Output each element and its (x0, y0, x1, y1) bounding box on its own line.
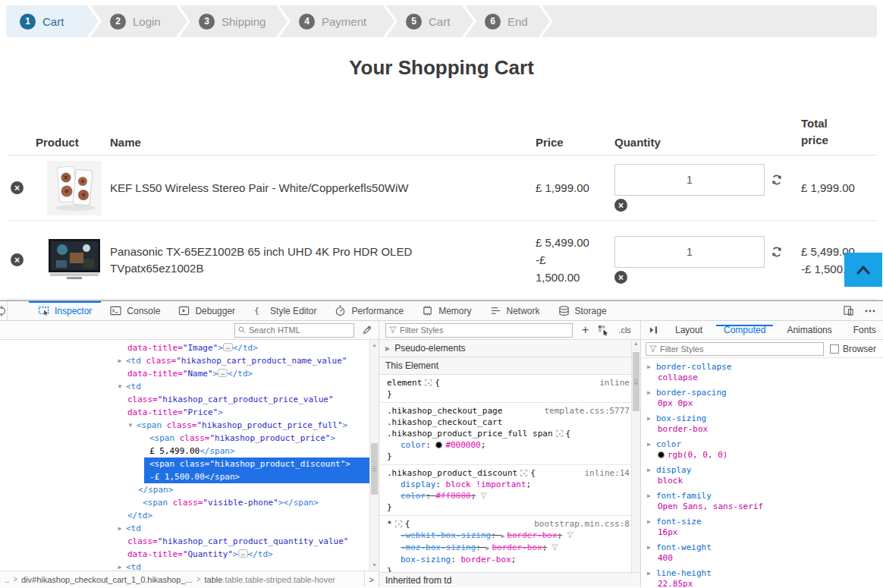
computed-property-name[interactable]: border-collapse (656, 362, 883, 373)
collapsed-content-icon[interactable]: … (218, 369, 228, 377)
computed-filter-input[interactable] (660, 344, 820, 354)
highlight-matches-icon[interactable] (520, 470, 527, 476)
refresh-quantity-icon[interactable] (771, 246, 783, 258)
breadcrumb-item[interactable]: table.table.table-striped.table-hover (204, 575, 335, 584)
tree-line[interactable]: class="hikashop_cart_product_quantity_va… (0, 535, 379, 548)
filter-overridden-icon[interactable] (567, 532, 573, 539)
tree-line[interactable]: ▶<td (0, 522, 379, 535)
side-tab-fonts[interactable]: Fonts (843, 325, 883, 335)
side-tab-computed[interactable]: Computed (713, 325, 776, 335)
twisty-icon[interactable]: ▶ (647, 415, 651, 422)
highlight-matches-icon[interactable] (395, 520, 402, 527)
rules-pane-scrollbar[interactable]: ▲ ▼ (631, 340, 640, 587)
computed-property-name[interactable]: font-weight (656, 542, 883, 553)
twisty-icon[interactable]: ▶ (115, 522, 124, 535)
computed-property[interactable]: ▶border-collapsecollapse (647, 362, 883, 383)
responsive-design-mode-icon[interactable] (843, 305, 854, 316)
collapsed-content-icon[interactable]: … (238, 549, 248, 558)
quantity-input[interactable] (614, 164, 765, 196)
rule-selector[interactable]: * (387, 519, 392, 529)
tree-line[interactable]: ▼<td (0, 380, 379, 393)
filter-styles-box[interactable] (385, 323, 573, 338)
twisty-icon[interactable]: ▶ (385, 345, 390, 352)
css-declaration[interactable]: -moz-box-sizing: ▶border-box; (387, 542, 630, 554)
tree-line[interactable]: data-title="Price"> (0, 406, 379, 419)
computed-property[interactable]: ▶box-sizingborder-box (647, 413, 883, 435)
devtools-tab-style-editor[interactable]: { }Style Editor (244, 301, 325, 320)
computed-property[interactable]: ▶colorrgb(0, 0, 0) (647, 439, 883, 461)
tree-line[interactable]: class="hikashop_cart_product_price_value… (0, 393, 379, 406)
computed-property[interactable]: ▶font-familyOpen Sans, sans-serif (647, 491, 883, 512)
devtools-tab-console[interactable]: Console (101, 301, 169, 320)
remove-item-icon[interactable]: × (614, 199, 627, 212)
css-declaration[interactable]: color: #000000; (387, 439, 630, 451)
side-tab-layout[interactable]: Layout (665, 325, 713, 335)
twisty-icon[interactable]: ▶ (647, 492, 651, 499)
devtools-tab-performance[interactable]: Performance (325, 301, 413, 320)
twisty-icon[interactable]: ▶ (647, 467, 651, 473)
filter-styles-input[interactable] (400, 325, 569, 335)
twisty-icon[interactable]: ▶ (647, 544, 651, 551)
checkout-step-payment-4[interactable]: 4Payment (279, 5, 394, 37)
quantity-input[interactable] (614, 236, 765, 268)
computed-property-name[interactable]: border-spacing (656, 388, 883, 398)
computed-property[interactable]: ▶border-spacing0px 0px (647, 388, 883, 409)
rule-selector[interactable]: .hikashop_checkout_page (387, 406, 502, 416)
devtools-tab-debugger[interactable]: Debugger (169, 301, 244, 320)
toggle-pseudo-class-icon[interactable] (598, 325, 609, 336)
tree-line[interactable]: ▼<span class="hikashop_product_price_ful… (0, 419, 379, 432)
css-declaration[interactable]: box-sizing: border-box; (387, 554, 630, 565)
highlight-matches-icon[interactable] (425, 379, 432, 386)
rule-source-link[interactable]: bootstrap.min.css:8 (534, 518, 630, 530)
breadcrumb-item[interactable]: div#hikashop_checkout_cart_1_0.hikashop_… (21, 575, 193, 584)
devtools-tab-storage[interactable]: Storage (549, 301, 616, 320)
computed-property-name[interactable]: box-sizing (656, 413, 883, 424)
twisty-icon[interactable]: ▶ (647, 363, 651, 370)
tree-line-selected[interactable]: -£ 1,500.00</span> (0, 470, 379, 483)
twisty-icon[interactable]: ▶ (647, 570, 651, 577)
computed-property[interactable]: ▶font-weight400 (647, 542, 883, 564)
tree-line[interactable]: <span class="visible-phone"></span> (0, 496, 379, 509)
computed-property-name[interactable]: display (656, 465, 883, 476)
tree-line[interactable]: £ 5,499.00</span> (0, 445, 379, 458)
checkout-step-login-2[interactable]: 2Login (90, 5, 187, 37)
html-pane-scrollbar[interactable]: ▲ ▼ (369, 340, 379, 571)
search-html-box[interactable] (234, 323, 354, 338)
css-declaration[interactable]: -webkit-box-sizing: ▶border-box; (387, 530, 630, 542)
tree-line[interactable]: </td> (0, 509, 379, 522)
devtools-tab-network[interactable]: Network (481, 301, 549, 320)
twisty-icon[interactable]: ▶ (115, 561, 124, 571)
tree-line[interactable]: ▶<td (0, 561, 379, 571)
checkout-step-cart-1[interactable]: 1Cart (6, 5, 99, 37)
tree-line[interactable]: data-title="Quantity">…</td> (0, 548, 379, 561)
computed-property-name[interactable]: font-size (656, 517, 883, 527)
cls-button[interactable]: .cls (618, 325, 631, 335)
computed-filter-box[interactable] (646, 342, 824, 356)
pseudo-elements-header[interactable]: ▶ Pseudo-elements (379, 340, 640, 357)
checkbox-icon[interactable] (830, 344, 839, 354)
checkout-step-cart-5[interactable]: 5Cart (386, 5, 473, 37)
breadcrumb-scroll-right-icon[interactable]: > (364, 571, 379, 587)
tree-line[interactable]: </span> (0, 483, 379, 496)
edit-html-pencil-icon[interactable] (362, 325, 372, 335)
computed-property-name[interactable]: color (656, 439, 883, 450)
checkout-step-shipping-3[interactable]: 3Shipping (179, 5, 288, 37)
devtools-tab-inspector[interactable]: Inspector (29, 301, 101, 320)
computed-property[interactable]: ▶line-height22.85px (647, 568, 883, 587)
rule-selector[interactable]: .hikashop_product_price_full span (387, 429, 553, 439)
twisty-icon[interactable]: ▶ (115, 354, 124, 367)
twisty-icon[interactable]: ▶ (647, 518, 651, 525)
twisty-icon[interactable]: ▼ (126, 419, 135, 432)
tree-line[interactable]: ▶<td class="hikashop_cart_product_name_v… (0, 354, 379, 367)
color-swatch[interactable] (435, 442, 442, 448)
browser-styles-checkbox[interactable]: Browser s (830, 344, 878, 354)
remove-item-icon[interactable]: × (11, 181, 24, 194)
twisty-icon[interactable]: ▼ (115, 380, 124, 393)
highlight-matches-icon[interactable] (556, 430, 563, 437)
filter-overridden-icon[interactable] (480, 492, 487, 499)
rule-selector[interactable]: element (387, 378, 422, 388)
checkout-step-end-6[interactable]: 6End (465, 5, 550, 37)
remove-item-icon[interactable]: × (11, 253, 24, 266)
rule-selector[interactable]: .hikashop_product_discount (387, 468, 517, 478)
rule-source-link[interactable]: inline:14 (584, 467, 630, 479)
